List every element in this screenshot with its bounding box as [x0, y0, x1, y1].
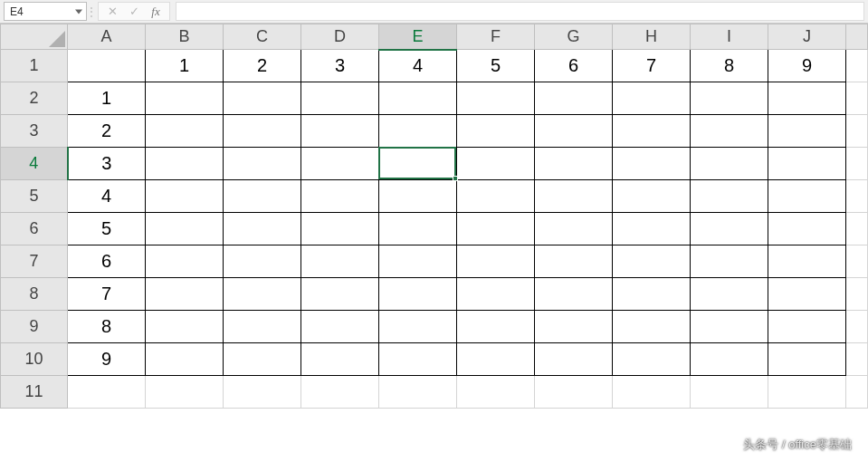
- cell-A2[interactable]: 1: [68, 82, 146, 115]
- cell-I8[interactable]: [691, 278, 768, 311]
- row-header-2[interactable]: 2: [1, 82, 68, 115]
- cell-C3[interactable]: [224, 115, 301, 148]
- cell-H4[interactable]: [613, 148, 691, 180]
- col-header-A[interactable]: A: [68, 24, 146, 50]
- select-all-corner[interactable]: [1, 24, 68, 50]
- cell-J1[interactable]: 9: [768, 50, 846, 82]
- cell-J8[interactable]: [768, 278, 846, 311]
- cell-D7[interactable]: [301, 245, 379, 278]
- cell-H5[interactable]: [613, 180, 691, 213]
- cell-C1[interactable]: 2: [224, 50, 301, 82]
- cell-H7[interactable]: [613, 245, 691, 278]
- cell-F9[interactable]: [457, 311, 535, 343]
- cell-E2[interactable]: [379, 82, 457, 115]
- cell-C9[interactable]: [224, 311, 301, 343]
- cell-extra-2[interactable]: [846, 82, 868, 115]
- col-header-I[interactable]: I: [691, 24, 768, 50]
- cell-E1[interactable]: 4: [379, 50, 457, 82]
- cell-C8[interactable]: [224, 278, 301, 311]
- row-header-11[interactable]: 11: [1, 376, 68, 409]
- cell-H8[interactable]: [613, 278, 691, 311]
- cell-extra-3[interactable]: [846, 115, 868, 148]
- cell-B2[interactable]: [146, 82, 224, 115]
- cell-B1[interactable]: 1: [146, 50, 224, 82]
- cell-F6[interactable]: [457, 213, 535, 245]
- cell-A5[interactable]: 4: [68, 180, 146, 213]
- col-header-C[interactable]: C: [224, 24, 301, 50]
- cell-E8[interactable]: [379, 278, 457, 311]
- cell-J5[interactable]: [768, 180, 846, 213]
- cell-C2[interactable]: [224, 82, 301, 115]
- cell-E6[interactable]: [379, 213, 457, 245]
- cell-J11[interactable]: [768, 376, 846, 409]
- cell-A9[interactable]: 8: [68, 311, 146, 343]
- row-header-4[interactable]: 4: [1, 148, 68, 180]
- cell-A11[interactable]: [68, 376, 146, 409]
- cell-I6[interactable]: [691, 213, 768, 245]
- cell-I5[interactable]: [691, 180, 768, 213]
- cell-E10[interactable]: [379, 343, 457, 376]
- row-header-3[interactable]: 3: [1, 115, 68, 148]
- cell-J7[interactable]: [768, 245, 846, 278]
- cell-F5[interactable]: [457, 180, 535, 213]
- cell-J2[interactable]: [768, 82, 846, 115]
- cell-A3[interactable]: 2: [68, 115, 146, 148]
- cell-D8[interactable]: [301, 278, 379, 311]
- cell-C11[interactable]: [224, 376, 301, 409]
- row-header-10[interactable]: 10: [1, 343, 68, 376]
- cell-extra-10[interactable]: [846, 343, 868, 376]
- cell-G3[interactable]: [535, 115, 613, 148]
- cell-D1[interactable]: 3: [301, 50, 379, 82]
- cell-I1[interactable]: 8: [691, 50, 768, 82]
- row-header-7[interactable]: 7: [1, 245, 68, 278]
- chevron-down-icon[interactable]: [75, 9, 82, 14]
- cell-G8[interactable]: [535, 278, 613, 311]
- cell-extra-9[interactable]: [846, 311, 868, 343]
- cell-H9[interactable]: [613, 311, 691, 343]
- cell-D2[interactable]: [301, 82, 379, 115]
- cell-I10[interactable]: [691, 343, 768, 376]
- cell-extra-4[interactable]: [846, 148, 868, 180]
- cell-F4[interactable]: [457, 148, 535, 180]
- cell-G5[interactable]: [535, 180, 613, 213]
- cell-extra-1[interactable]: [846, 50, 868, 82]
- cell-extra-11[interactable]: [846, 376, 868, 409]
- cell-I4[interactable]: [691, 148, 768, 180]
- col-header-J[interactable]: J: [768, 24, 846, 50]
- cell-F8[interactable]: [457, 278, 535, 311]
- cell-G9[interactable]: [535, 311, 613, 343]
- cell-D9[interactable]: [301, 311, 379, 343]
- cell-D4[interactable]: [301, 148, 379, 180]
- cell-D10[interactable]: [301, 343, 379, 376]
- cell-F3[interactable]: [457, 115, 535, 148]
- row-header-5[interactable]: 5: [1, 180, 68, 213]
- cell-H2[interactable]: [613, 82, 691, 115]
- cell-H1[interactable]: 7: [613, 50, 691, 82]
- col-header-B[interactable]: B: [146, 24, 224, 50]
- row-header-9[interactable]: 9: [1, 311, 68, 343]
- cell-A7[interactable]: 6: [68, 245, 146, 278]
- cell-J6[interactable]: [768, 213, 846, 245]
- cell-D11[interactable]: [301, 376, 379, 409]
- cell-I7[interactable]: [691, 245, 768, 278]
- row-header-8[interactable]: 8: [1, 278, 68, 311]
- cell-F1[interactable]: 5: [457, 50, 535, 82]
- cell-D6[interactable]: [301, 213, 379, 245]
- cell-J4[interactable]: [768, 148, 846, 180]
- cell-F2[interactable]: [457, 82, 535, 115]
- cell-I11[interactable]: [691, 376, 768, 409]
- cell-E7[interactable]: [379, 245, 457, 278]
- col-header-D[interactable]: D: [301, 24, 379, 50]
- cell-G10[interactable]: [535, 343, 613, 376]
- row-header-6[interactable]: 6: [1, 213, 68, 245]
- cell-G1[interactable]: 6: [535, 50, 613, 82]
- cell-G6[interactable]: [535, 213, 613, 245]
- cell-E3[interactable]: [379, 115, 457, 148]
- cell-C5[interactable]: [224, 180, 301, 213]
- name-box[interactable]: E4: [4, 2, 87, 21]
- fx-icon[interactable]: fx: [149, 5, 162, 19]
- row-header-1[interactable]: 1: [1, 50, 68, 82]
- cell-C7[interactable]: [224, 245, 301, 278]
- cell-J10[interactable]: [768, 343, 846, 376]
- cell-B6[interactable]: [146, 213, 224, 245]
